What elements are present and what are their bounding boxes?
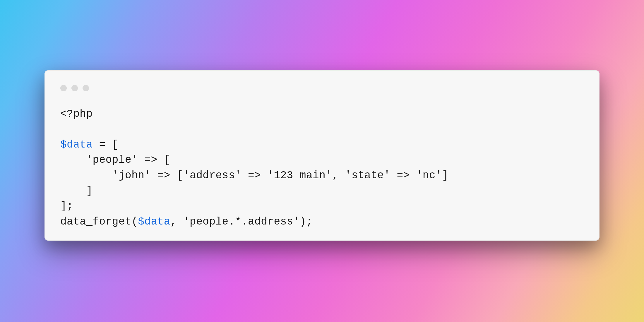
code-text: = [ [93,139,119,151]
code-line-4: 'people' => [ [60,154,170,166]
code-block: <?php $data = [ 'people' => [ 'john' => … [60,107,584,229]
code-text: data_forget( [60,216,138,228]
code-line-7: ]; [60,200,73,212]
window-control-close-icon[interactable] [60,85,67,91]
code-text: , 'people.*.address'); [170,216,313,228]
code-line-5: 'john' => ['address' => '123 main', 'sta… [60,169,448,181]
window-control-maximize-icon[interactable] [83,85,89,91]
code-line-6: ] [60,185,93,197]
code-variable: $data [138,216,170,228]
code-variable: $data [60,139,93,151]
window-controls [60,85,584,91]
window-control-minimize-icon[interactable] [71,85,78,91]
code-window: <?php $data = [ 'people' => [ 'john' => … [44,70,600,241]
code-line-1: <?php [60,108,93,120]
